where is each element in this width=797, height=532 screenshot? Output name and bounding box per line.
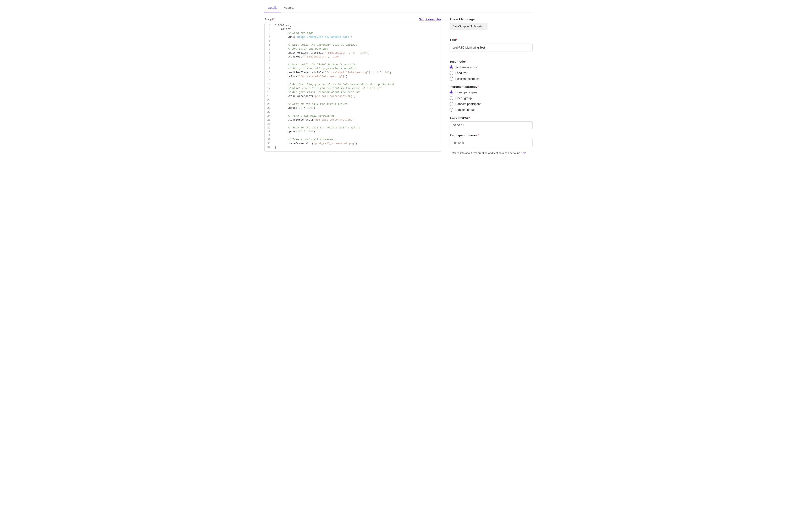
info-link[interactable]: here <box>521 151 526 155</box>
code-line-19: 19 .takeScreenshot('pre_call_screenshot.… <box>265 94 441 98</box>
project-language-label: Project language <box>450 17 533 21</box>
test-mode-label: Test mode* <box>450 60 533 63</box>
increment-random-participant[interactable]: Random participant <box>450 102 533 106</box>
code-editor[interactable]: 1 client =>{ 2 client 3 // Open the page <box>264 23 441 152</box>
tab-asserts[interactable]: Asserts <box>281 3 298 13</box>
code-line-32: 32 } <box>265 146 441 149</box>
script-section: Script* Script examples 1 client =>{ 2 <box>264 17 441 155</box>
title-group: Title* <box>450 38 533 56</box>
script-section-header: Script* Script examples <box>264 17 441 21</box>
increment-random-group[interactable]: Random group <box>450 108 533 112</box>
project-language-group: Project language JavaScript + Nightwatch <box>450 17 533 34</box>
code-content: 1 client =>{ 2 client 3 // Open the page <box>265 23 441 149</box>
main-layout: Script* Script examples 1 client =>{ 2 <box>264 17 533 155</box>
code-line-7: 7 // And enter the username <box>265 47 441 51</box>
test-mode-required-star: * <box>465 60 466 63</box>
code-line-28: 28 .pause(30 * 1000) <box>265 130 441 134</box>
start-interval-group: Start interval* <box>450 116 533 129</box>
code-line-24: 24 // Take a mid-call screenshot <box>265 114 441 118</box>
code-line-31: 31 .takeScreenshot('post_call_screenshot… <box>265 141 441 146</box>
project-language-badge: JavaScript + Nightwatch <box>450 23 488 30</box>
code-line-18: 18 // And give visual feeback about the … <box>265 90 441 94</box>
code-line-12: 12 // And join the call by pressing the … <box>265 66 441 71</box>
code-line-11: 11 // Wait until the "Join" button is vi… <box>265 63 441 66</box>
increment-linear-participant[interactable]: Linear participant <box>450 91 533 94</box>
test-mode-performance[interactable]: Performance test <box>450 65 533 69</box>
participant-timeout-input[interactable] <box>450 139 533 147</box>
test-mode-load[interactable]: Load test <box>450 71 533 75</box>
participant-timeout-label: Participant timeout* <box>450 133 533 137</box>
test-mode-group: Test mode* Performance test Load test Se… <box>450 60 533 81</box>
title-input[interactable] <box>450 43 533 52</box>
code-line-1: 1 client =>{ <box>265 23 441 27</box>
code-line-25: 25 .takeScreenshot('mid_call_screenshot.… <box>265 118 441 122</box>
test-mode-performance-label: Performance test <box>455 65 478 69</box>
increment-linear-participant-radio[interactable] <box>450 91 453 94</box>
code-line-5: 5 <box>265 39 441 43</box>
increment-random-group-radio[interactable] <box>450 108 453 112</box>
increment-linear-group-radio[interactable] <box>450 96 453 100</box>
code-line-17: 17 // Which could help you to identify t… <box>265 86 441 90</box>
code-line-16: 16 // Another thing you can do is to tak… <box>265 82 441 86</box>
code-line-14: 14 .click('[aria-label="Join meeting"]') <box>265 75 441 78</box>
participant-timeout-required-star: * <box>478 133 479 137</box>
code-line-26: 26 <box>265 122 441 126</box>
participant-timeout-group: Participant timeout* <box>450 133 533 147</box>
test-mode-load-radio[interactable] <box>450 71 453 75</box>
info-text: Detailed info about test creation and te… <box>450 151 533 155</box>
right-panel: Project language JavaScript + Nightwatch… <box>450 17 533 155</box>
test-mode-performance-radio[interactable] <box>450 65 453 69</box>
page-container: Details Asserts Script* Script examples … <box>260 0 537 158</box>
code-line-8: 8 .waitForElementVisible('[placeholder]'… <box>265 51 441 55</box>
test-mode-radio-group: Performance test Load test Session recor… <box>450 65 533 81</box>
code-line-15: 15 <box>265 78 441 82</box>
test-mode-session-label: Session record test <box>455 77 480 80</box>
code-line-6: 6 // Wait until the username field is vi… <box>265 43 441 47</box>
increment-linear-participant-label: Linear participant <box>455 91 478 94</box>
code-line-4: 4 .url(`https://meet.jit.si/LoaderoTests… <box>265 35 441 39</box>
start-interval-input[interactable] <box>450 121 533 129</box>
code-line-22: 22 .pause(30 * 1000) <box>265 106 441 110</box>
code-line-30: 30 // Take a post-call screenshot <box>265 137 441 141</box>
code-line-10: 10 <box>265 59 441 63</box>
increment-strategy-group: Increment strategy* Linear participant L… <box>450 85 533 112</box>
title-required-star: * <box>456 38 457 41</box>
code-line-13: 13 .waitForElementVisible('[aria-label="… <box>265 71 441 75</box>
increment-random-participant-radio[interactable] <box>450 102 453 106</box>
code-line-3: 3 // Open the page <box>265 31 441 35</box>
code-line-27: 27 // Stay in the call for another half … <box>265 126 441 130</box>
tab-details[interactable]: Details <box>264 3 281 13</box>
increment-strategy-radio-group: Linear participant Linear group Random p… <box>450 91 533 112</box>
test-mode-load-label: Load test <box>455 71 468 75</box>
title-label: Title* <box>450 38 533 41</box>
code-line-9: 9 .sendKeys('[placeholder]', 'User') <box>265 55 441 59</box>
test-mode-session-radio[interactable] <box>450 77 453 81</box>
code-line-29: 29 <box>265 134 441 137</box>
code-line-20: 20 <box>265 98 441 102</box>
start-interval-required-star: * <box>469 116 470 119</box>
script-label: Script* <box>264 17 274 21</box>
script-required-star: * <box>273 17 274 21</box>
code-line-23: 23 <box>265 110 441 114</box>
increment-strategy-required-star: * <box>477 85 479 89</box>
code-editor-wrapper: 1 client =>{ 2 client 3 // Open the page <box>264 23 441 152</box>
tabs-bar: Details Asserts <box>264 3 533 13</box>
increment-linear-group-label: Linear group <box>455 96 472 100</box>
start-interval-label: Start interval* <box>450 116 533 119</box>
script-examples-link[interactable]: Script examples <box>419 18 441 21</box>
increment-strategy-label: Increment strategy* <box>450 85 533 89</box>
code-line-2: 2 client <box>265 27 441 31</box>
increment-linear-group[interactable]: Linear group <box>450 96 533 100</box>
code-line-21: 21 // Stay in the call for half a minute <box>265 102 441 106</box>
test-mode-session[interactable]: Session record test <box>450 77 533 81</box>
increment-random-participant-label: Random participant <box>455 102 480 106</box>
increment-random-group-label: Random group <box>455 108 475 111</box>
